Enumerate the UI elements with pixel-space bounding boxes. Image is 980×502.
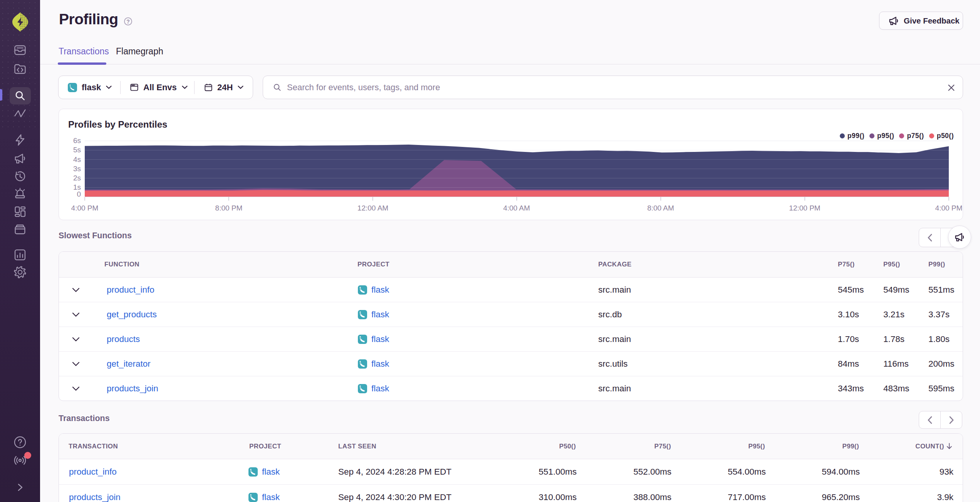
svg-text:6s: 6s <box>73 136 81 145</box>
svg-text:4:00 PM: 4:00 PM <box>71 204 99 212</box>
svg-text:2s: 2s <box>73 174 81 182</box>
svg-text:8:00 PM: 8:00 PM <box>215 204 243 212</box>
svg-text:8:00 AM: 8:00 AM <box>647 204 674 212</box>
svg-text:4:00 PM: 4:00 PM <box>935 204 963 212</box>
svg-text:3s: 3s <box>73 165 81 173</box>
svg-text:5s: 5s <box>73 146 81 154</box>
svg-text:4s: 4s <box>73 155 81 163</box>
svg-text:12:00 PM: 12:00 PM <box>789 204 820 212</box>
svg-text:0: 0 <box>77 190 81 198</box>
svg-text:4:00 AM: 4:00 AM <box>503 204 530 212</box>
svg-text:12:00 AM: 12:00 AM <box>357 204 388 212</box>
